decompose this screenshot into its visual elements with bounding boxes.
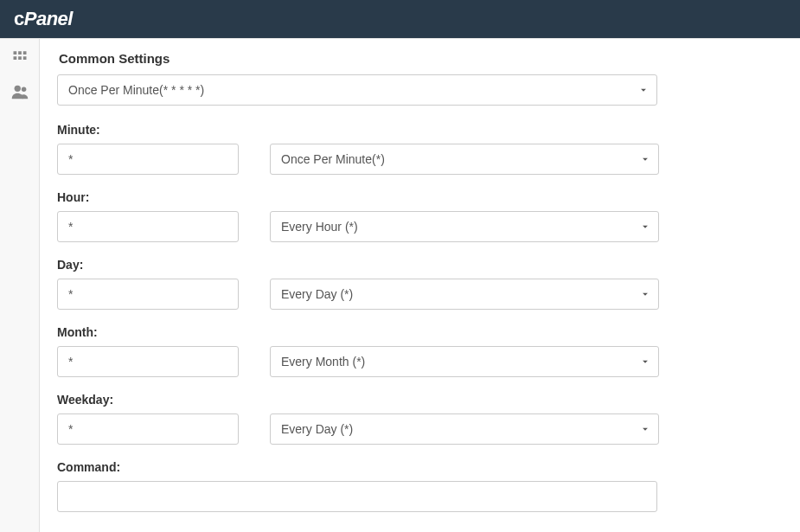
sidebar xyxy=(0,39,40,532)
hour-select[interactable]: Every Hour (*) xyxy=(270,211,659,242)
day-label: Day: xyxy=(57,258,776,272)
command-input[interactable] xyxy=(57,481,657,512)
command-group: Command: xyxy=(57,460,776,512)
weekday-group: Weekday: Every Day (*) xyxy=(57,393,776,445)
svg-rect-5 xyxy=(22,56,26,60)
svg-rect-1 xyxy=(18,51,22,54)
command-label: Command: xyxy=(57,460,776,474)
day-select[interactable]: Every Day (*) xyxy=(270,279,659,310)
main-content: Common Settings Once Per Minute(* * * * … xyxy=(40,39,800,532)
svg-rect-3 xyxy=(13,56,16,60)
common-settings-select[interactable]: Once Per Minute(* * * * *) xyxy=(57,74,657,106)
weekday-label: Weekday: xyxy=(57,393,776,407)
app-header: cPanel xyxy=(0,0,800,38)
svg-point-6 xyxy=(14,86,20,92)
month-select[interactable]: Every Month (*) xyxy=(270,346,659,377)
day-group: Day: Every Day (*) xyxy=(57,258,776,310)
cpanel-logo: cPanel xyxy=(14,8,73,30)
month-group: Month: Every Month (*) xyxy=(57,325,776,377)
svg-rect-0 xyxy=(13,51,16,54)
body-wrapper: Common Settings Once Per Minute(* * * * … xyxy=(0,38,800,532)
weekday-input[interactable] xyxy=(57,413,239,445)
hour-label: Hour: xyxy=(57,190,776,204)
month-label: Month: xyxy=(57,325,776,339)
common-settings-label: Common Settings xyxy=(57,51,776,66)
users-icon[interactable] xyxy=(10,82,29,101)
svg-rect-4 xyxy=(18,56,22,60)
weekday-select[interactable]: Every Day (*) xyxy=(270,413,659,445)
svg-point-7 xyxy=(21,87,26,93)
day-input[interactable] xyxy=(57,279,239,310)
minute-input[interactable] xyxy=(57,144,239,175)
hour-input[interactable] xyxy=(57,211,239,242)
minute-group: Minute: Once Per Minute(*) xyxy=(57,123,776,175)
minute-label: Minute: xyxy=(57,123,776,137)
minute-select[interactable]: Once Per Minute(*) xyxy=(270,144,659,175)
svg-rect-2 xyxy=(22,51,26,54)
month-input[interactable] xyxy=(57,346,239,377)
hour-group: Hour: Every Hour (*) xyxy=(57,190,776,242)
grid-icon[interactable] xyxy=(10,48,29,67)
